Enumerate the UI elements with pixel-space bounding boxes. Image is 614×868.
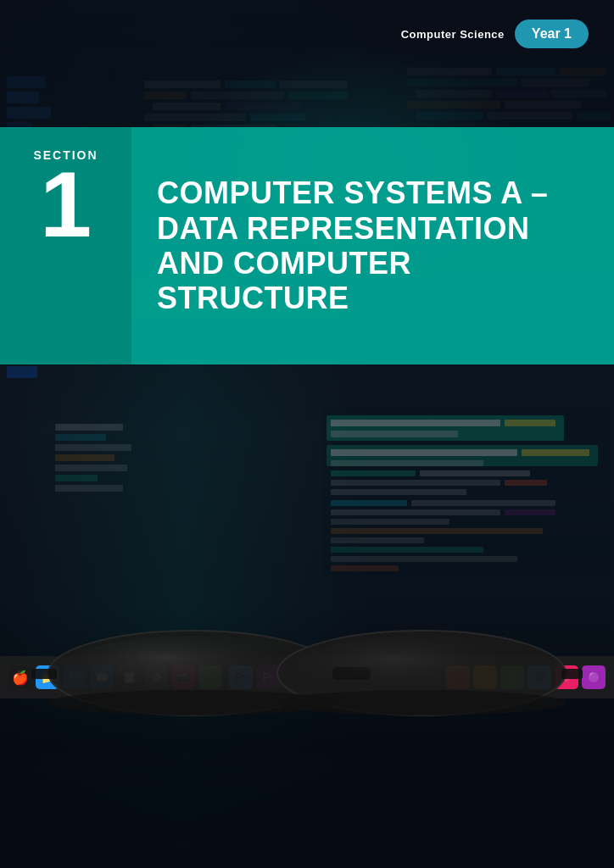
svg-rect-51 <box>331 449 517 456</box>
svg-rect-70 <box>55 434 106 441</box>
svg-rect-50 <box>331 431 458 437</box>
svg-rect-62 <box>505 509 555 515</box>
svg-rect-55 <box>420 470 530 476</box>
svg-rect-60 <box>411 500 555 506</box>
section-number-box: SECTION 1 <box>0 127 131 364</box>
teal-section-banner: SECTION 1 COMPUTER SYSTEMS A – DATA REPR… <box>0 127 614 364</box>
svg-rect-69 <box>55 424 123 431</box>
svg-rect-74 <box>55 475 98 481</box>
svg-rect-53 <box>331 460 483 466</box>
svg-rect-75 <box>55 485 123 492</box>
svg-rect-73 <box>55 465 127 471</box>
taskbar-icon-extra6[interactable]: 🟣 <box>582 665 606 689</box>
svg-rect-66 <box>331 547 483 553</box>
svg-rect-54 <box>331 470 416 476</box>
svg-rect-52 <box>522 449 589 456</box>
svg-rect-80 <box>561 669 583 679</box>
year-badge: Year 1 <box>515 19 589 48</box>
svg-rect-61 <box>331 509 500 515</box>
glasses-illustration <box>31 626 583 737</box>
svg-rect-56 <box>331 480 500 486</box>
svg-rect-64 <box>331 528 543 534</box>
svg-rect-63 <box>331 519 449 525</box>
svg-rect-57 <box>505 480 547 486</box>
svg-rect-71 <box>55 444 131 451</box>
svg-rect-67 <box>331 556 517 562</box>
taskbar-apple-icon[interactable]: 🍎 <box>8 665 32 689</box>
svg-rect-58 <box>331 489 466 495</box>
svg-rect-79 <box>31 669 57 679</box>
svg-point-84 <box>277 690 566 715</box>
title-area: COMPUTER SYSTEMS A – DATA REPRESENTATION… <box>131 127 614 364</box>
section-number: 1 <box>40 158 92 251</box>
svg-rect-68 <box>331 565 399 571</box>
subject-label: Computer Science <box>401 28 505 41</box>
svg-rect-72 <box>55 454 114 461</box>
svg-rect-65 <box>331 537 424 543</box>
header: Computer Science Year 1 <box>0 0 614 68</box>
svg-rect-59 <box>331 500 407 506</box>
main-title: COMPUTER SYSTEMS A – DATA REPRESENTATION… <box>157 175 589 316</box>
